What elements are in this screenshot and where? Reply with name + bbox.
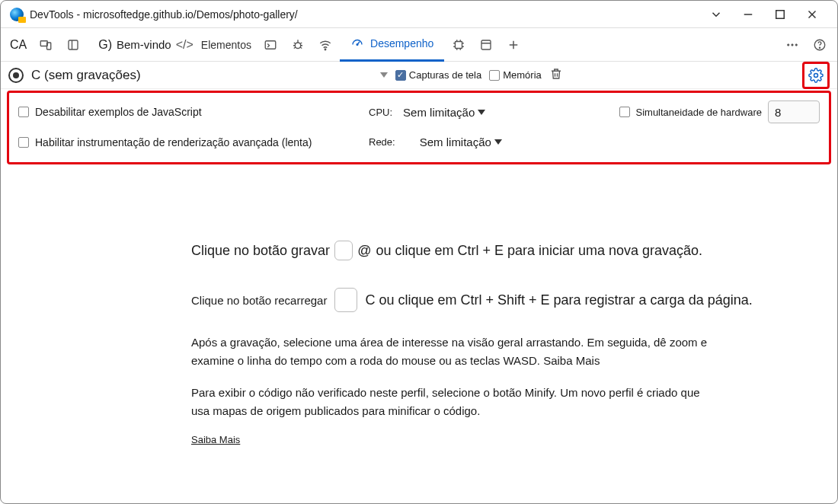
svg-point-9 [295, 43, 301, 49]
svg-rect-20 [456, 41, 462, 48]
record-icon-placeholder [334, 241, 353, 260]
edge-favicon [10, 8, 24, 21]
disable-js-samples-label: Desabilitar exemplos de JavaScript [35, 106, 202, 118]
record-hint-line: Clique no botão gravar @ ou clique em Ct… [191, 241, 792, 260]
network-throttle-select[interactable]: Rede: Sem limitação [369, 134, 582, 150]
capture-settings-button[interactable] [806, 65, 826, 85]
network-icon[interactable] [312, 32, 338, 58]
svg-point-35 [795, 43, 797, 45]
memory-checkbox[interactable]: Memória [489, 69, 542, 81]
cpu-value: Sem limitação [403, 106, 475, 119]
tab-welcome[interactable]: G) Bem-vindo </> Elementos [94, 38, 256, 52]
svg-rect-1 [776, 10, 785, 18]
tab-elements-label[interactable]: Elementos [201, 39, 251, 51]
reload-hint-body: C ou clique em Ctrl + Shift + E para reg… [365, 292, 752, 308]
network-label: Rede: [369, 136, 395, 148]
reload-hint-prefix: Clique no botão recarregar [191, 294, 327, 307]
hardware-concurrency-value: 8 [775, 106, 781, 119]
inspect-logo-text: CA [10, 38, 27, 52]
screenshots-checkbox[interactable]: Capturas de tela [395, 69, 481, 81]
record-hint-part2: ou clique em Ctrl + E para iniciar uma n… [376, 243, 702, 259]
svg-point-40 [814, 73, 818, 77]
record-hint-at-icon: @ [357, 243, 371, 259]
checkbox-checked-icon [395, 70, 406, 81]
application-tab-icon[interactable] [473, 32, 499, 58]
recording-title: C (sem gravações) [31, 68, 141, 83]
devtools-tabstrip: CA G) Bem-vindo </> Elementos Desempenho [1, 28, 837, 62]
hardware-concurrency-option: Simultaneidade de hardware 8 [582, 100, 820, 123]
performance-subheader: C (sem gravações) Capturas de tela Memór… [1, 62, 837, 89]
dock-side-button[interactable] [60, 32, 86, 58]
svg-rect-8 [265, 40, 276, 49]
checkbox-icon [489, 70, 500, 81]
device-toolbar-button[interactable] [33, 32, 59, 58]
learn-more-link[interactable]: Saiba Mais [191, 434, 240, 445]
tab-performance[interactable]: Desempenho [340, 28, 444, 62]
checkbox-icon[interactable] [619, 107, 630, 117]
help-button[interactable] [807, 32, 833, 58]
more-options-button[interactable] [779, 32, 805, 58]
tab-performance-label: Desempenho [370, 37, 433, 49]
reload-hint-line: Clique no botão recarregar C ou clique e… [191, 288, 792, 312]
clear-button[interactable] [549, 67, 563, 83]
record-hint-part1: Clique no botão gravar [191, 243, 330, 259]
svg-line-13 [294, 47, 296, 49]
window-dropdown-button[interactable] [700, 3, 732, 26]
svg-rect-29 [481, 40, 491, 49]
checkbox-icon [18, 107, 29, 117]
window-titlebar: DevTools - microsoftedge.github.io/Demos… [1, 1, 837, 28]
cpu-throttle-select[interactable]: CPU: Sem limitação [369, 104, 582, 120]
svg-rect-6 [69, 40, 78, 49]
hardware-concurrency-input[interactable]: 8 [768, 100, 820, 123]
checkbox-icon [18, 137, 29, 148]
settings-gear-highlight [802, 62, 830, 89]
welcome-prefix: G) [98, 38, 112, 52]
advanced-render-option[interactable]: Habilitar instrumentação de renderização… [18, 136, 369, 148]
reload-icon-placeholder [334, 288, 357, 312]
svg-point-17 [325, 49, 326, 50]
performance-empty-state: Clique no botão gravar @ ou clique em Ct… [1, 164, 837, 445]
screenshots-label: Capturas de tela [409, 69, 481, 81]
memory-tab-icon[interactable] [446, 32, 472, 58]
minify-help: Para exibir o código não verificado nest… [191, 384, 709, 420]
window-title: DevTools - microsoftedge.github.io/Demos… [30, 8, 700, 21]
chevron-down-icon [494, 139, 502, 145]
after-recording-help: Após a gravação, selecione uma área de i… [191, 333, 709, 370]
record-button[interactable] [8, 68, 24, 83]
advanced-render-label: Habilitar instrumentação de renderização… [35, 136, 312, 148]
chevron-down-icon [478, 110, 485, 115]
hardware-concurrency-label: Simultaneidade de hardware [636, 107, 763, 118]
svg-point-37 [819, 47, 820, 48]
inspect-label: CA [5, 38, 31, 52]
welcome-label: Bem-vindo [117, 38, 171, 51]
bug-icon[interactable] [285, 32, 311, 58]
dropdown-chevron-icon[interactable] [380, 72, 388, 78]
memory-label: Memória [503, 69, 542, 81]
console-tab-icon[interactable] [257, 32, 283, 58]
disable-js-samples-option[interactable]: Desabilitar exemplos de JavaScript [18, 106, 369, 118]
svg-line-11 [294, 43, 296, 44]
window-maximize-button[interactable] [764, 3, 796, 26]
window-minimize-button[interactable] [732, 3, 764, 26]
svg-line-14 [300, 47, 302, 49]
svg-point-33 [788, 43, 789, 45]
add-tab-button[interactable] [501, 32, 526, 58]
svg-point-34 [792, 43, 793, 45]
svg-line-12 [300, 43, 302, 44]
network-value: Sem limitação [420, 136, 491, 148]
code-icon: </> [176, 38, 194, 52]
capture-settings-panel: Desabilitar exemplos de JavaScript CPU: … [7, 91, 831, 164]
cpu-label: CPU: [369, 107, 392, 118]
svg-point-19 [357, 44, 358, 46]
window-close-button[interactable] [796, 3, 828, 26]
